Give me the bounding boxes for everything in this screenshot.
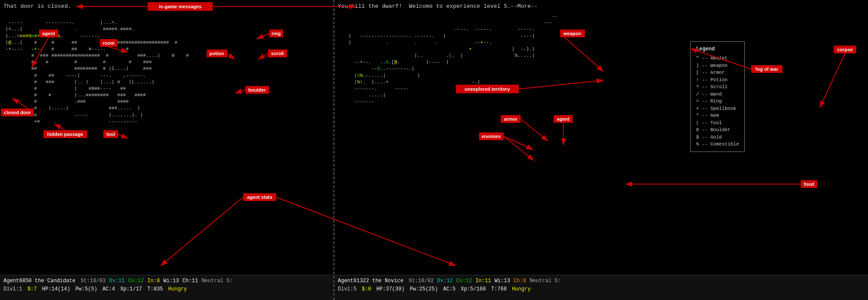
legend-item-4: ? -- Scroll [696,83,739,91]
right-hungry: Hungry [512,285,531,293]
left-message-text: That door is closed. [3,3,71,10]
right-stats-align: Neutral S: [530,277,561,285]
right-dlvl: Dlvl:5 [338,285,356,293]
left-xp: Xp:1/17 [120,285,142,293]
right-stats-bar: Agent61322 the Novice St:18/02 Dx:12 Co:… [334,275,868,300]
right-t: T:768 [491,285,507,293]
right-panel: You kill the dwarf! Welcome to experienc… [334,0,868,300]
legend-item-5: / -- Wand [696,91,739,98]
legend-item-11: $ -- Gold [696,134,739,141]
left-game-area: ----- ---------. |...=. |<...| . . #####… [0,12,333,275]
legend-item-9: ( -- Tool [696,119,739,127]
left-stats-label-st: St:18/03 [81,277,106,285]
right-stats-st: St:18/02 [409,277,434,285]
right-ac: AC:5 [443,285,455,293]
legend-item-10: 0 -- Boulder [696,126,739,134]
right-stats-ch: Ch:8 [514,277,526,285]
left-panel: That door is closed. ----- ---------. |.… [0,0,334,300]
right-message: You kill the dwarf! Welcome to experienc… [334,0,868,12]
left-stats-dx: Dx:11 [109,277,125,285]
right-stats-wi: Wi:13 [495,277,510,285]
legend-item-7: + -- Spellbook [696,105,739,112]
right-hp: HP:37(39) [376,285,405,293]
left-stats-ch: Ch:11 [182,277,198,285]
left-stats-line2: Dlvl:1 $:7 HP:14(14) Pw:5(5) AC:4 Xp:1/1… [3,285,330,293]
right-stats-in: In:11 [475,277,491,285]
main-container: That door is closed. ----- ---------. |.… [0,0,868,300]
left-dlvl: Dlvl:1 [3,285,22,293]
left-message: That door is closed. [0,0,333,12]
left-gold: $:7 [27,285,37,293]
right-game-area: -- --- ----. -----. -----. | -----.-----… [334,12,868,275]
left-stats-wi: Wi:13 [163,277,179,285]
right-stats-line2: Dlvl:5 $:0 HP:37(39) Pw:25(25) AC:5 Xp:5… [338,285,865,293]
left-stats-align: Neutral S: [201,277,233,285]
legend-item-12: % -- Comestible [696,141,739,148]
right-message-text: You kill the dwarf! Welcome to experienc… [338,3,538,10]
left-ac: AC:4 [102,285,115,293]
legend-title: Legend [696,45,739,53]
left-t: T:835 [147,285,163,293]
right-agent-name: Agent61322 the Novice [338,277,403,285]
left-stats-bar: Agent6850 the Candidate St:18/03 Dx:11 C… [0,275,333,300]
legend-item-1: ) -- Weapon [696,62,739,69]
right-gold: $:0 [362,285,371,293]
left-hungry: Hungry [168,285,187,293]
left-hp: HP:14(14) [42,285,70,293]
legend-item-0: " -- Amulet [696,55,739,62]
right-stats-dx: Dx:12 [437,277,453,285]
legend-box: Legend " -- Amulet ) -- Weapon [ -- Armo… [690,41,745,152]
legend-item-6: = -- Ring [696,98,739,105]
left-pw: Pw:5(5) [76,285,97,293]
left-stats-co: Co:12 [128,277,144,285]
legend-item-2: [ -- Armor [696,69,739,76]
left-agent-name: Agent6850 the Candidate [3,277,76,285]
left-stats-line1: Agent6850 the Candidate St:18/03 Dx:11 C… [3,277,330,285]
right-stats-co: Co:12 [456,277,472,285]
legend-item-8: * -- Gem [696,112,739,119]
right-pw: Pw:25(25) [410,285,438,293]
left-stats-in: In:8 [147,277,160,285]
right-xp: Xp:5/168 [461,285,486,293]
right-stats-line1: Agent61322 the Novice St:18/02 Dx:12 Co:… [338,277,865,285]
legend-item-3: ! -- Potion [696,76,739,84]
